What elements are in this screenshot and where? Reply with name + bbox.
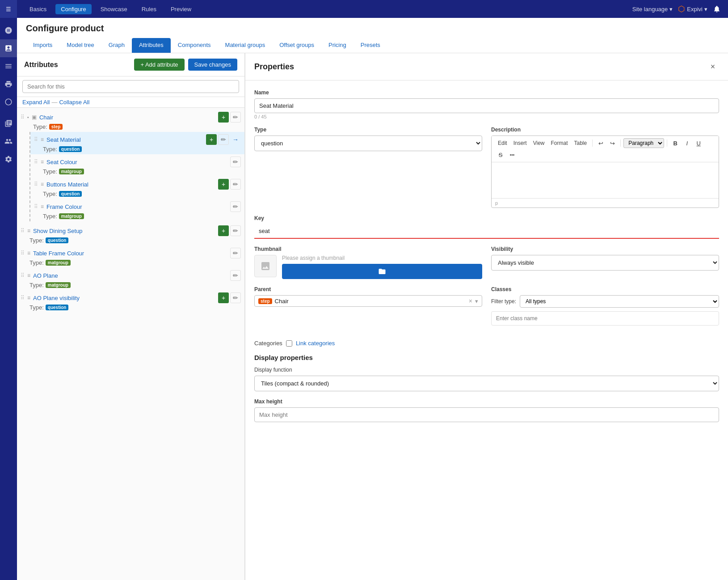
tree-item-ao-plane[interactable]: ⠿ ≡ AO Plane ✏ (17, 268, 244, 282)
chair-label: Chair (39, 114, 216, 121)
tab-attributes[interactable]: Attributes (132, 38, 171, 53)
edit-ao-vis-btn[interactable]: ✏ (230, 292, 241, 303)
nav-rules-btn[interactable]: Rules (136, 4, 162, 14)
nav-configure-btn[interactable]: Configure (55, 4, 91, 14)
add-child-buttons-material-btn[interactable]: + (218, 179, 229, 190)
nav-seat-material-btn[interactable]: → (230, 134, 241, 145)
nav-basics-btn[interactable]: Basics (24, 4, 52, 14)
key-input[interactable] (254, 224, 719, 239)
parent-clear-btn[interactable]: × (469, 297, 472, 305)
tab-components[interactable]: Components (171, 38, 218, 53)
tree-item-chair[interactable]: ⠿ ▪ ▣ Chair + ✏ (17, 110, 244, 123)
edit-table-frame-btn[interactable]: ✏ (230, 248, 241, 258)
editor-more-btn[interactable]: ••• (507, 149, 518, 160)
properties-title: Properties (254, 62, 294, 72)
tab-model-tree[interactable]: Model tree (59, 38, 101, 53)
editor-menu-format[interactable]: Format (548, 139, 571, 147)
sidebar-item-chart[interactable] (0, 93, 17, 111)
ao-plane-type-row: Type: matgroup (17, 282, 244, 290)
chair-type-badge: step (49, 124, 63, 130)
editor-sep-3 (667, 140, 667, 147)
seat-colour-actions: ✏ (230, 157, 241, 167)
nav-preview-btn[interactable]: Preview (165, 4, 197, 14)
table-frame-type-row: Type: matgroup (17, 259, 244, 268)
edit-dining-btn[interactable]: ✏ (230, 225, 241, 236)
tree-item-frame-colour[interactable]: ⠿ ≡ Frame Colour ✏ (30, 199, 244, 213)
notifications-bell[interactable] (713, 5, 721, 13)
editor-menu-insert[interactable]: Insert (511, 139, 530, 147)
type-select[interactable]: question step matgroup (254, 135, 482, 151)
tab-imports[interactable]: Imports (26, 38, 59, 53)
link-categories-checkbox[interactable] (286, 340, 292, 347)
tab-graph[interactable]: Graph (101, 38, 132, 53)
dining-actions: + ✏ (218, 225, 241, 236)
collapse-all-link[interactable]: Collapse All (59, 99, 89, 106)
editor-underline-btn[interactable]: U (693, 138, 704, 148)
seat-material-type-badge: question (59, 146, 82, 152)
add-child-seat-material-btn[interactable]: + (206, 134, 217, 145)
search-input[interactable] (22, 80, 239, 93)
tree-item-seat-material[interactable]: ⠿ ≡ Seat Material + ✏ → (30, 132, 244, 146)
tab-presets[interactable]: Presets (353, 38, 387, 53)
expand-all-link[interactable]: Expand All (22, 99, 50, 106)
editor-undo-btn[interactable]: ↩ (595, 138, 606, 148)
display-props-title: Display properties (254, 354, 719, 361)
edit-seat-colour-btn[interactable]: ✏ (230, 157, 241, 167)
drag-handle-chair: ⠿ (21, 114, 25, 120)
hamburger-menu[interactable]: ☰ (0, 0, 17, 18)
properties-close-btn[interactable]: × (707, 60, 719, 73)
tab-pricing[interactable]: Pricing (321, 38, 353, 53)
sidebar-item-print[interactable] (0, 75, 17, 93)
tree-item-table-frame-colour[interactable]: ⠿ ≡ Table Frame Colour ✏ (17, 246, 244, 259)
name-input[interactable] (254, 98, 719, 113)
drag-handle-ao-plane: ⠿ (21, 272, 25, 279)
edit-frame-colour-btn[interactable]: ✏ (230, 201, 241, 212)
site-language-selector[interactable]: Site language ▾ (632, 6, 673, 13)
editor-menu-table[interactable]: Table (572, 139, 590, 147)
editor-redo-btn[interactable]: ↪ (607, 138, 618, 148)
sidebar-item-configure[interactable] (0, 39, 17, 57)
save-changes-button[interactable]: Save changes (188, 59, 237, 71)
display-fn-select[interactable]: Tiles (compact & rounded) List Dropdown (254, 376, 719, 391)
edit-chair-btn[interactable]: ✏ (230, 112, 241, 123)
buttons-material-icon: ≡ (41, 181, 44, 187)
editor-bold-btn[interactable]: B (670, 138, 681, 148)
tab-offset-groups[interactable]: Offset groups (272, 38, 321, 53)
sidebar-item-list[interactable] (0, 57, 17, 75)
nav-showcase-btn[interactable]: Showcase (95, 4, 133, 14)
categories-row: Categories Link categories (254, 340, 719, 347)
sidebar-item-gear[interactable] (0, 150, 17, 168)
add-child-chair-btn[interactable]: + (218, 112, 229, 123)
thumbnail-upload-btn[interactable] (282, 264, 482, 279)
link-categories-link[interactable]: Link categories (296, 340, 335, 347)
editor-menu-view[interactable]: View (530, 139, 547, 147)
sidebar-item-rocket[interactable] (0, 21, 17, 39)
tree-item-seat-colour[interactable]: ⠿ ≡ Seat Colour ✏ (30, 154, 244, 168)
edit-ao-plane-btn[interactable]: ✏ (230, 270, 241, 281)
tab-material-groups[interactable]: Material groups (218, 38, 273, 53)
filter-type-row: Filter type: All types Custom (491, 295, 719, 308)
dining-type-badge: question (46, 237, 69, 243)
class-name-input[interactable] (491, 311, 719, 326)
user-menu[interactable]: ⬡ Expivi ▾ (678, 4, 707, 14)
parent-dropdown-btn[interactable]: ▾ (475, 298, 478, 305)
sidebar-item-users[interactable] (0, 132, 17, 150)
tree-item-ao-plane-visibility[interactable]: ⠿ ≡ AO Plane visibility + ✏ (17, 290, 244, 304)
editor-paragraph-select[interactable]: Paragraph (623, 138, 664, 148)
add-child-dining-btn[interactable]: + (218, 225, 229, 236)
editor-menu-edit[interactable]: Edit (495, 139, 510, 147)
visibility-select[interactable]: Always visible Hidden Conditional (491, 255, 719, 271)
sidebar-item-modules[interactable] (0, 114, 17, 132)
tree-item-show-dining-setup[interactable]: ⠿ ≡ Show Dining Setup + ✏ (17, 223, 244, 237)
edit-seat-material-btn[interactable]: ✏ (218, 134, 229, 145)
editor-strikethrough-btn[interactable]: S (495, 149, 506, 160)
filter-type-select[interactable]: All types Custom (520, 295, 719, 308)
max-height-input[interactable] (254, 407, 719, 422)
add-child-ao-vis-btn[interactable]: + (218, 292, 229, 303)
edit-buttons-material-btn[interactable]: ✏ (230, 179, 241, 190)
editor-content[interactable] (492, 162, 719, 198)
add-attribute-button[interactable]: + Add attribute (134, 59, 184, 71)
tree-item-buttons-material[interactable]: ⠿ ≡ Buttons Material + ✏ (30, 177, 244, 191)
editor-italic-btn[interactable]: I (682, 138, 692, 148)
collapse-icon-chair[interactable]: ▪ (27, 114, 29, 120)
